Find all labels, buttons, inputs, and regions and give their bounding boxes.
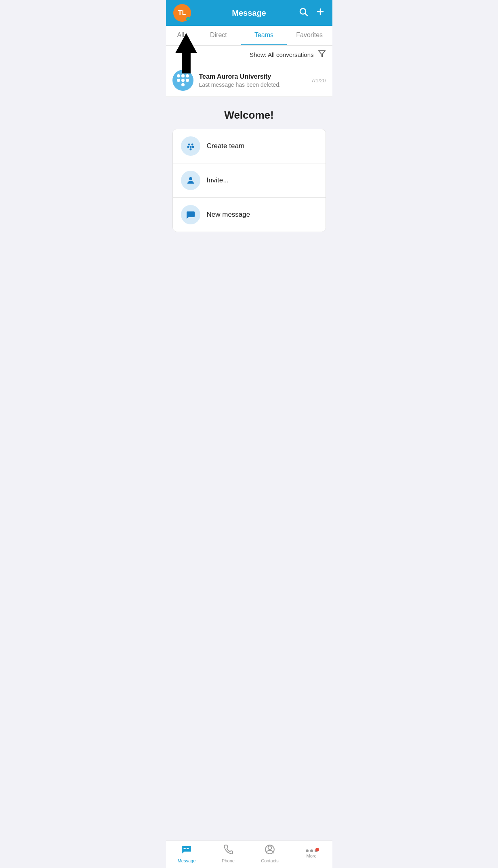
main-content: Show: All conversations Team Aurora Univ… <box>166 46 332 264</box>
header-icons <box>298 7 325 19</box>
tab-teams[interactable]: Teams <box>241 26 287 45</box>
chat-icon <box>186 210 195 220</box>
team-icon <box>186 141 195 151</box>
svg-point-12 <box>189 177 192 180</box>
welcome-section: Welcome! Create te <box>166 97 332 236</box>
new-message-card[interactable]: New message <box>173 198 326 232</box>
filter-text: Show: All conversations <box>250 51 313 58</box>
header-left: TL <box>173 4 191 22</box>
invite-label: Invite... <box>207 176 229 184</box>
svg-point-6 <box>188 144 190 146</box>
tab-favorites[interactable]: Favorites <box>287 26 332 45</box>
welcome-title: Welcome! <box>224 109 273 121</box>
online-status-dot <box>186 17 190 21</box>
arrow-annotation <box>170 33 202 75</box>
svg-point-8 <box>189 146 191 148</box>
header-title: Message <box>232 8 266 18</box>
create-team-label: Create team <box>207 142 245 150</box>
conversation-time: 7/1/20 <box>311 77 326 84</box>
invite-card[interactable]: Invite... <box>173 163 326 198</box>
conversation-info: Team Aurora University Last message has … <box>199 73 308 88</box>
svg-point-7 <box>191 144 193 146</box>
action-cards: Create team Invite... <box>172 129 326 232</box>
new-message-label: New message <box>207 211 250 219</box>
new-message-icon-circle <box>181 205 200 224</box>
user-avatar[interactable]: TL <box>173 4 191 22</box>
avatar-dots <box>177 74 189 86</box>
person-icon <box>186 176 195 185</box>
conversation-name: Team Aurora University <box>199 73 308 80</box>
create-team-icon-circle <box>181 136 200 156</box>
header: TL Message <box>166 0 332 26</box>
svg-point-9 <box>187 146 189 148</box>
create-team-card[interactable]: Create team <box>173 129 326 163</box>
svg-line-1 <box>305 14 307 16</box>
svg-point-11 <box>189 149 191 151</box>
tab-direct[interactable]: Direct <box>196 26 242 45</box>
svg-point-10 <box>192 146 194 148</box>
filter-icon[interactable] <box>318 50 326 60</box>
invite-icon-circle <box>181 171 200 190</box>
search-icon[interactable] <box>298 7 308 19</box>
conversation-message: Last message has been deleted. <box>199 82 308 88</box>
svg-marker-4 <box>175 33 197 73</box>
svg-marker-5 <box>318 51 325 57</box>
add-icon[interactable] <box>315 7 325 19</box>
